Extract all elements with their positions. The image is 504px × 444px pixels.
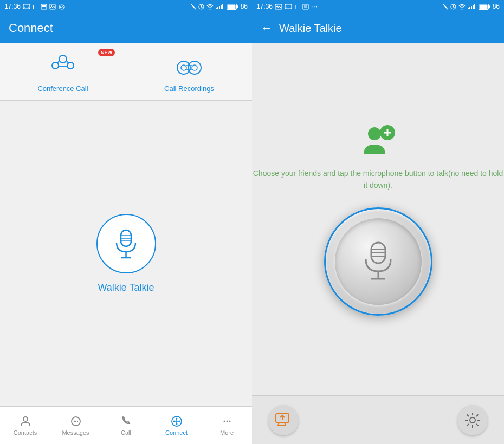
svg-point-53 [178, 421, 180, 422]
mute-icon [191, 4, 196, 10]
svg-rect-78 [479, 4, 487, 9]
right-status-bar: 17:36 f ··· 86 [252, 0, 504, 13]
svg-line-102 [467, 424, 469, 426]
svg-rect-73 [471, 6, 472, 9]
wifi-icon [206, 4, 214, 10]
time-display: 17:36 [4, 3, 21, 10]
svg-rect-24 [236, 5, 238, 8]
nav-connect[interactable]: Connect [151, 410, 202, 440]
left-top-bar: Connect [0, 13, 252, 43]
svg-rect-71 [468, 8, 469, 9]
svg-point-52 [173, 421, 175, 422]
mic-button[interactable] [324, 207, 432, 316]
right-panel: 17:36 f ··· 86 ← Walkie Talkie [252, 0, 504, 444]
svg-point-26 [59, 55, 67, 63]
svg-point-79 [368, 127, 381, 140]
right-battery-icon [479, 4, 490, 10]
right-facebook-icon: f [294, 4, 300, 10]
svg-point-58 [229, 421, 230, 422]
nav-more[interactable]: More [202, 410, 252, 440]
svg-rect-74 [473, 5, 474, 9]
more-icon [221, 415, 234, 428]
left-title: Connect [9, 21, 53, 35]
feature-menu: NEW Conference Call [0, 43, 252, 101]
svg-rect-18 [216, 8, 217, 9]
instruction-text: Choose your friends and tap the micropho… [252, 167, 504, 192]
svg-line-99 [467, 414, 469, 416]
svg-rect-75 [474, 4, 475, 9]
conference-call-icon [49, 53, 76, 80]
contacts-icon [19, 415, 32, 428]
bottom-navigation: Contacts Messages Call [0, 406, 252, 444]
settings-button[interactable] [457, 405, 488, 435]
svg-rect-21 [221, 5, 222, 9]
right-clock-icon [450, 4, 456, 10]
right-top-bar: ← Walkie Talkie [252, 13, 504, 43]
right-photo-icon [275, 4, 282, 10]
facebook-icon: f [33, 4, 38, 10]
right-bottom-bar [252, 395, 504, 444]
call-recordings-label: Call Recordings [164, 84, 214, 93]
back-button[interactable]: ← [261, 21, 273, 35]
svg-point-44 [23, 417, 28, 421]
settings-icon [464, 412, 481, 429]
svg-point-70 [461, 9, 462, 10]
connect-icon [170, 415, 183, 428]
svg-point-46 [73, 421, 74, 422]
nav-messages[interactable]: Messages [50, 410, 101, 440]
contacts-label: Contacts [14, 429, 37, 436]
walkie-talkie-button[interactable] [96, 214, 156, 273]
svg-rect-22 [222, 4, 223, 9]
mic-button-inner [335, 218, 422, 305]
left-panel: 17:36 f 86 Connect NEW [0, 0, 252, 444]
battery-icon [227, 4, 238, 10]
right-signal-icon [468, 4, 476, 10]
svg-point-33 [181, 65, 186, 70]
svg-point-17 [209, 9, 210, 10]
svg-line-16 [201, 7, 202, 8]
svg-rect-20 [219, 6, 220, 9]
call-recordings-item[interactable]: Call Recordings [126, 43, 252, 100]
walkie-talkie-section[interactable]: Walkie Talkie [0, 101, 252, 406]
svg-rect-77 [488, 5, 490, 8]
nav-call[interactable]: Call [101, 410, 151, 440]
right-main-content: Choose your friends and tap the micropho… [252, 43, 504, 395]
message-icon [23, 4, 30, 10]
broadcast-button[interactable] [268, 405, 299, 435]
add-friend-section: Choose your friends and tap the micropho… [252, 123, 504, 192]
svg-point-35 [192, 65, 197, 70]
svg-point-12 [63, 7, 64, 8]
right-mute-icon [443, 4, 448, 10]
svg-point-47 [75, 421, 76, 422]
left-status-icons: 86 [191, 3, 248, 10]
call-icon [120, 415, 133, 428]
nav-contacts[interactable]: Contacts [0, 410, 50, 440]
walkie-talkie-label: Walkie Talkie [98, 282, 154, 293]
conference-call-label: Conference Call [37, 84, 88, 93]
right-status-icons: 86 [443, 3, 500, 10]
battery-pct: 86 [241, 3, 248, 10]
add-friend-icon [359, 123, 397, 161]
gamepad-icon [58, 4, 66, 10]
right-news-icon [302, 4, 309, 10]
conference-call-item[interactable]: NEW Conference Call [0, 43, 126, 100]
svg-point-94 [470, 417, 475, 423]
svg-point-54 [176, 418, 177, 420]
news-icon [41, 4, 47, 10]
call-label: Call [121, 429, 131, 436]
svg-rect-25 [227, 4, 235, 9]
right-wifi-icon [458, 4, 466, 10]
left-status-time: 17:36 f [4, 3, 66, 10]
svg-rect-72 [469, 7, 470, 9]
big-mic-icon [359, 240, 397, 283]
svg-line-69 [453, 7, 454, 8]
more-label: More [220, 429, 234, 436]
svg-point-11 [62, 6, 63, 7]
right-time-display: 17:36 [256, 3, 273, 10]
right-title: Walkie Talkie [279, 22, 342, 35]
new-badge: NEW [98, 49, 115, 56]
messages-icon [69, 415, 82, 428]
svg-text:f: f [33, 4, 35, 10]
connect-label: Connect [165, 429, 188, 436]
messages-label: Messages [62, 429, 89, 436]
